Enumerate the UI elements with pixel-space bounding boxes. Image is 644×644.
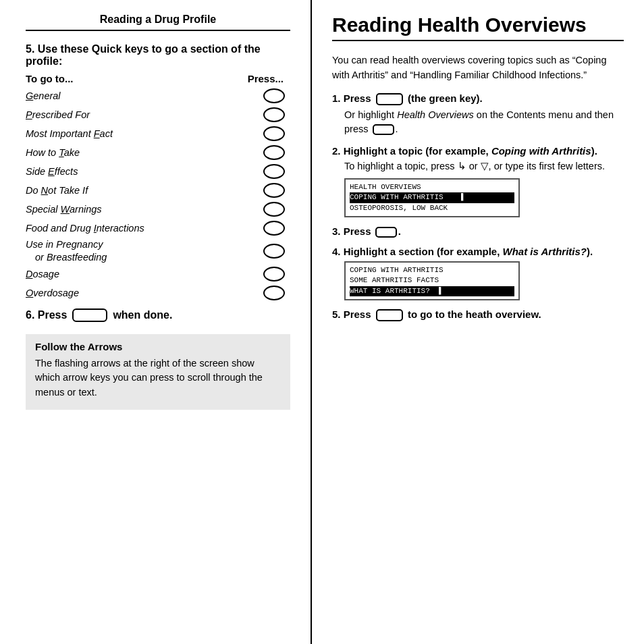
row-special-warnings: Special Warnings bbox=[26, 200, 290, 218]
key-btn-important-fact bbox=[263, 126, 285, 141]
row-prescribed: Prescribed For bbox=[26, 106, 290, 124]
left-divider bbox=[26, 30, 290, 31]
step4-heading: 4. Highlight a section (for example, Wha… bbox=[332, 246, 624, 257]
inline-btn-1 bbox=[373, 124, 394, 135]
step2: 2. Highlight a topic (for example, Copin… bbox=[332, 145, 624, 217]
row-pregnancy-label: Use in Pregnancy or Breastfeeding bbox=[26, 238, 263, 264]
row-general-label: General bbox=[26, 90, 263, 101]
step4: 4. Highlight a section (for example, Wha… bbox=[332, 246, 624, 300]
right-divider bbox=[332, 40, 624, 41]
step2-heading: 2. Highlight a topic (for example, Copin… bbox=[332, 145, 624, 157]
row-important-fact-label: Most Important Fact bbox=[26, 128, 263, 139]
row-how-to-take-label: How to Take bbox=[26, 147, 263, 158]
row-general: General bbox=[26, 87, 290, 105]
key-btn-special-warnings bbox=[263, 202, 285, 217]
row-overdosage-label: Overdosage bbox=[26, 288, 263, 298]
key-btn-general bbox=[263, 88, 285, 103]
key-btn-side-effects bbox=[263, 164, 285, 179]
step1-body: Or highlight Health Overviews on the Con… bbox=[344, 108, 624, 138]
screen1-row1: HEALTH OVERVIEWS bbox=[350, 182, 514, 192]
key-btn-how-to-take bbox=[263, 145, 285, 160]
key-btn-done bbox=[72, 308, 107, 322]
row-dosage-label: Dosage bbox=[26, 269, 263, 279]
row-food-interactions: Food and Drug Interactions bbox=[26, 219, 290, 237]
left-column: Reading a Drug Profile 5. Use these Quic… bbox=[0, 0, 312, 644]
step6-label: 6. Press bbox=[26, 309, 67, 321]
row-how-to-take: How to Take bbox=[26, 144, 290, 161]
right-intro: You can read health overviews covering t… bbox=[332, 53, 624, 83]
step6-row: 6. Press when done. bbox=[26, 308, 290, 322]
screen2: COPING WITH ARTHRITIS SOME ARTHRITIS FAC… bbox=[344, 261, 520, 300]
follow-box: Follow the Arrows The flashing arrows at… bbox=[26, 334, 290, 410]
right-column: Reading Health Overviews You can read he… bbox=[312, 0, 644, 644]
screen2-row3: WHAT IS ARTHRITIS? ▌ bbox=[350, 286, 514, 296]
col-press-label: Press... bbox=[248, 73, 290, 84]
page: Reading a Drug Profile 5. Use these Quic… bbox=[0, 0, 644, 644]
row-dosage: Dosage bbox=[26, 265, 290, 283]
left-title: Reading a Drug Profile bbox=[26, 14, 290, 26]
row-special-warnings-label: Special Warnings bbox=[26, 204, 263, 215]
screen1-row2: COPING WITH ARTHRITIS ▌ bbox=[350, 192, 514, 203]
row-do-not-take: Do Not Take If bbox=[26, 182, 290, 199]
row-do-not-take-label: Do Not Take If bbox=[26, 185, 263, 196]
row-food-interactions-label: Food and Drug Interactions bbox=[26, 223, 263, 234]
follow-text: The flashing arrows at the right of the … bbox=[35, 356, 281, 400]
step5-right: 5. Press to go to the heath overview. bbox=[332, 308, 624, 321]
step3-heading: 3. Press . bbox=[332, 225, 624, 238]
step5-heading: 5. Use these Quick keys to go a section … bbox=[26, 43, 290, 68]
row-important-fact: Most Important Fact bbox=[26, 125, 290, 142]
key-btn-food-interactions bbox=[263, 221, 285, 236]
row-pregnancy: Use in Pregnancy or Breastfeeding bbox=[26, 238, 290, 264]
step1: 1. Press (the green key). Or highlight H… bbox=[332, 92, 624, 138]
green-key-btn bbox=[376, 93, 403, 105]
follow-title: Follow the Arrows bbox=[35, 341, 281, 352]
key-btn-prescribed bbox=[263, 107, 285, 122]
step5-right-heading: 5. Press to go to the heath overview. bbox=[332, 308, 624, 321]
step3: 3. Press . bbox=[332, 225, 624, 238]
key-btn-overdosage bbox=[263, 286, 285, 300]
inline-btn-5 bbox=[376, 309, 403, 321]
col-goto-label: To go to... bbox=[26, 73, 74, 84]
inline-btn-3 bbox=[375, 227, 397, 238]
row-side-effects: Side Effects bbox=[26, 163, 290, 180]
step6-suffix: when done. bbox=[113, 309, 172, 321]
step1-heading: 1. Press (the green key). bbox=[332, 92, 624, 105]
screen1-row3: OSTEOPOROSIS, LOW BACK bbox=[350, 203, 514, 213]
step2-body: To highlight a topic, press ↳ or ▽, or t… bbox=[344, 159, 624, 174]
screen2-row2: SOME ARTHRITIS FACTS bbox=[350, 275, 514, 286]
screen2-row1: COPING WITH ARTHRITIS bbox=[350, 265, 514, 275]
row-side-effects-label: Side Effects bbox=[26, 166, 263, 177]
key-btn-do-not-take bbox=[263, 183, 285, 198]
key-btn-dosage bbox=[263, 267, 285, 281]
table-header: To go to... Press... bbox=[26, 73, 290, 84]
row-overdosage: Overdosage bbox=[26, 284, 290, 302]
key-btn-pregnancy bbox=[263, 244, 285, 259]
row-prescribed-label: Prescribed For bbox=[26, 109, 263, 120]
right-title: Reading Health Overviews bbox=[332, 14, 624, 36]
screen1: HEALTH OVERVIEWS COPING WITH ARTHRITIS ▌… bbox=[344, 178, 520, 217]
